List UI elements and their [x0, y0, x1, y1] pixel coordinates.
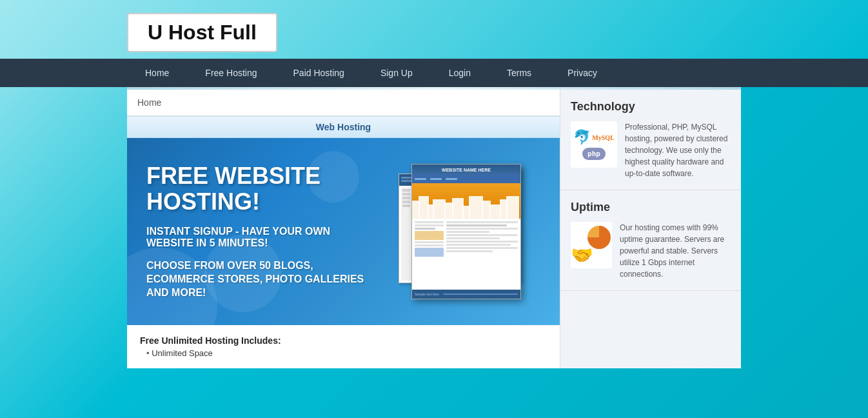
pf-box1 [415, 231, 444, 240]
technology-text: Professional, PHP, MySQL hosting, powere… [625, 121, 731, 179]
logo-box[interactable]: U Host Full [127, 13, 277, 52]
section-header-text: Web Hosting [316, 122, 371, 132]
below-hero: Free Unlimited Hosting Includes: Unlimit… [127, 325, 560, 368]
uptime-icon-box: 🤝 [571, 222, 612, 268]
pfr1 [446, 221, 518, 223]
nav-login[interactable]: Login [431, 59, 489, 87]
technology-item: 🐬 MySQL php Professional, PHP, MySQL hos… [571, 121, 731, 179]
bubble-3 [308, 151, 359, 203]
nav-terms[interactable]: Terms [489, 59, 549, 87]
cb12 [506, 196, 519, 219]
pm-si5 [402, 204, 410, 207]
cb4 [433, 199, 446, 219]
pfr9 [446, 247, 518, 249]
pf-hero-city [412, 196, 520, 219]
mysql-logo: 🐬 MySQL [573, 129, 614, 146]
pf-nb-2 [430, 178, 442, 180]
pfr2 [446, 224, 507, 226]
technology-icon-box: 🐬 MySQL php [571, 121, 617, 168]
list-item-1: Unlimited Space [146, 348, 547, 358]
nav-free-hosting[interactable]: Free Hosting [187, 59, 275, 87]
pfl2 [415, 224, 444, 226]
php-badge: php [582, 148, 606, 160]
mysql-php-icon: 🐬 MySQL php [571, 126, 616, 163]
below-list: Unlimited Space [140, 348, 547, 358]
pf-right [446, 221, 518, 287]
technology-title: Technology [571, 100, 731, 114]
pfr7 [446, 241, 518, 243]
pm-si3 [402, 197, 410, 199]
pf-footer: Sample text here [412, 290, 520, 299]
mockup-website-name: WEBSITE NAME HERE [442, 168, 491, 172]
pf-nb-3 [446, 178, 457, 180]
pf-hero [412, 183, 520, 219]
pf-navbar [412, 174, 520, 183]
mysql-text-block: MySQL [592, 134, 614, 141]
pfr5 [446, 234, 518, 236]
breadcrumb-text: Home [137, 97, 161, 108]
sidebar-technology: Technology 🐬 MySQL php Profession [560, 90, 741, 190]
uptime-item: 🤝 Our hosting comes with 99% uptime guar… [571, 222, 731, 280]
pm-si2 [402, 193, 410, 195]
logo-area: U Host Full [0, 0, 868, 59]
pm-si4 [402, 201, 410, 203]
uptime-title: Uptime [571, 201, 731, 214]
pfl5 [415, 244, 444, 246]
content-area: Home Web Hosting FREE WEBSITE HOSTING! I… [127, 90, 560, 368]
nav-paid-hosting[interactable]: Paid Hosting [275, 59, 362, 87]
pfr10 [446, 250, 493, 252]
sidebar-uptime: Uptime 🤝 Our hosting com [560, 190, 741, 291]
pf-footer-text: Sample text here [415, 292, 439, 296]
pfr6 [446, 237, 500, 239]
pfl4 [415, 241, 444, 243]
bubble-2 [204, 235, 282, 312]
below-title: Free Unlimited Hosting Includes: [140, 335, 547, 346]
navbar: Home Free Hosting Paid Hosting Sign Up L… [0, 59, 868, 87]
hero-images: WEBSITE NAME HERE [373, 161, 540, 303]
pf-box2 [415, 248, 444, 257]
mockup-container: WEBSITE NAME HERE [379, 161, 534, 303]
mockup-page-front: WEBSITE NAME HERE [411, 164, 521, 299]
pf-left [415, 221, 444, 287]
pf-header: WEBSITE NAME HERE [412, 164, 520, 174]
pf-body [412, 219, 520, 290]
pm-si1 [402, 189, 410, 192]
main-container: Home Web Hosting FREE WEBSITE HOSTING! I… [127, 90, 741, 368]
sidebar: Technology 🐬 MySQL php Profession [560, 90, 741, 368]
mysql-label: MySQL [592, 134, 614, 141]
logo-text: U Host Full [148, 21, 257, 44]
pfr3 [446, 228, 518, 230]
pfl1 [415, 221, 444, 223]
uptime-text: Our hosting comes with 99% uptime guaran… [620, 222, 731, 280]
cb8 [469, 196, 483, 219]
breadcrumb: Home [127, 90, 560, 116]
handshake-icon: 🤝 [571, 244, 593, 266]
navbar-inner: Home Free Hosting Paid Hosting Sign Up L… [127, 59, 741, 87]
nav-home[interactable]: Home [127, 59, 187, 87]
uptime-visual: 🤝 [571, 224, 612, 266]
pfr8 [446, 244, 511, 246]
hero-banner: FREE WEBSITE HOSTING! INSTANT SIGNUP - H… [127, 138, 560, 325]
section-header: Web Hosting [127, 116, 560, 138]
pm-sidebar [401, 188, 411, 281]
pf-nb-1 [415, 178, 426, 180]
pfl3 [415, 228, 435, 230]
nav-privacy[interactable]: Privacy [549, 59, 615, 87]
pfr4 [446, 231, 489, 233]
dolphin-icon: 🐬 [573, 129, 591, 146]
nav-sign-up[interactable]: Sign Up [362, 59, 431, 87]
pf-footer-line [443, 294, 518, 295]
